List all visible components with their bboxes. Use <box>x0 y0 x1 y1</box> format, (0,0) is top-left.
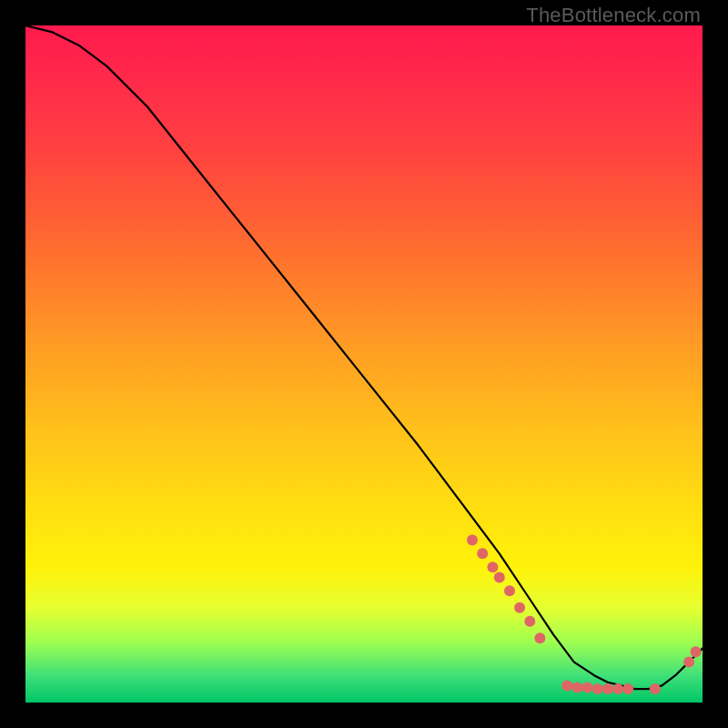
data-point <box>514 602 525 613</box>
data-point <box>683 656 694 667</box>
chart-overlay <box>25 25 703 703</box>
data-point <box>650 683 661 694</box>
data-point <box>571 682 582 693</box>
data-point <box>494 571 505 582</box>
data-point <box>602 683 613 694</box>
data-point <box>582 682 593 693</box>
data-point <box>504 585 515 596</box>
data-point <box>612 683 623 694</box>
data-point <box>467 534 478 545</box>
watermark-text: TheBottleneck.com <box>526 4 701 27</box>
data-point <box>534 632 545 643</box>
data-point <box>691 646 702 657</box>
data-point <box>524 616 535 627</box>
data-point <box>487 561 498 572</box>
data-point <box>592 683 603 694</box>
data-point <box>477 548 488 559</box>
bottleneck-curve <box>25 25 703 689</box>
chart-stage: TheBottleneck.com <box>0 0 728 728</box>
plot-area <box>25 25 703 703</box>
data-point <box>561 680 572 691</box>
data-point <box>622 683 633 694</box>
